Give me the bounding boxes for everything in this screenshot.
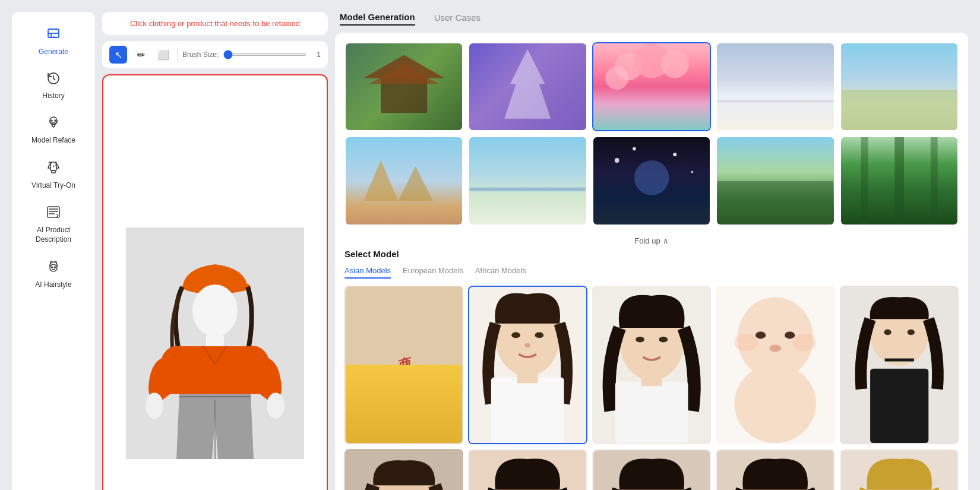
- sidebar: Generate History: [12, 12, 95, 490]
- svg-text:✦: ✦: [55, 163, 57, 167]
- svg-rect-24: [206, 336, 224, 347]
- model-thumb-9[interactable]: [716, 449, 834, 490]
- svg-marker-32: [505, 49, 551, 119]
- tab-model-generation[interactable]: Model Generation: [340, 12, 415, 26]
- model-tabs: Asian Models European Models African Mod…: [344, 266, 959, 279]
- sidebar-item-model-reface[interactable]: Model Reface: [17, 109, 90, 151]
- bg-thumb-5[interactable]: [840, 42, 959, 131]
- svg-point-76: [907, 329, 914, 335]
- model-thumb-10[interactable]: [840, 449, 959, 490]
- sidebar-item-ai-hairstyle[interactable]: AI Hairstyle: [17, 253, 90, 296]
- svg-point-36: [605, 67, 628, 90]
- tabs-header: Model Generation User Cases: [335, 12, 968, 26]
- svg-point-17: [50, 264, 57, 271]
- svg-point-72: [793, 333, 816, 350]
- model-thumb-7[interactable]: [468, 449, 587, 490]
- svg-rect-39: [841, 90, 957, 130]
- upload-hint-text: Click clothing or product that needs to …: [130, 19, 300, 28]
- generate-icon: [46, 27, 61, 45]
- svg-point-44: [615, 158, 619, 163]
- svg-point-61: [636, 336, 644, 342]
- toolbar-separator: [177, 48, 178, 62]
- sidebar-item-model-reface-label: Model Reface: [31, 136, 75, 146]
- svg-point-43: [634, 160, 669, 195]
- svg-point-75: [884, 329, 891, 335]
- background-grid: [344, 42, 959, 226]
- sidebar-item-generate-label: Generate: [39, 48, 68, 57]
- svg-marker-41: [398, 166, 433, 201]
- svg-point-19: [55, 267, 56, 268]
- svg-rect-63: [615, 381, 688, 442]
- center-panel: Click clothing or product that needs to …: [102, 12, 328, 490]
- model-thumb-4[interactable]: [716, 286, 834, 444]
- ai-product-description-icon: [46, 204, 61, 223]
- ai-hairstyle-icon: [46, 259, 61, 278]
- mannequin-svg: [126, 227, 304, 459]
- sidebar-item-history[interactable]: History: [17, 65, 90, 107]
- model-reface-icon: [46, 115, 61, 134]
- svg-point-71: [735, 333, 758, 350]
- virtual-try-on-icon: ✦ ✦: [46, 160, 61, 179]
- sidebar-item-ai-product-description[interactable]: AI Product Description: [17, 198, 90, 250]
- svg-point-26: [267, 393, 284, 419]
- brush-size-slider[interactable]: [223, 53, 306, 56]
- upload-hint: Click clothing or product that needs to …: [102, 12, 328, 35]
- bg-thumb-2[interactable]: [468, 42, 587, 131]
- sidebar-item-virtual-try-on-label: Virtual Try-On: [31, 181, 75, 191]
- model-thumb-2[interactable]: [468, 286, 587, 444]
- bg-thumb-3[interactable]: [592, 42, 711, 131]
- pencil-tool-button[interactable]: ✏: [132, 46, 150, 64]
- tab-user-cases[interactable]: User Cases: [434, 12, 480, 25]
- bg-thumb-7[interactable]: [468, 136, 587, 225]
- bg-thumb-8[interactable]: [592, 136, 711, 225]
- svg-point-35: [661, 50, 689, 78]
- sidebar-item-ai-hairstyle-label: AI Hairstyle: [35, 280, 71, 290]
- section-panel: Fold up ∧ Select Model Asian Models Euro…: [335, 33, 968, 490]
- model-thumb-5[interactable]: [840, 286, 959, 444]
- sidebar-item-generate[interactable]: Generate: [17, 21, 90, 63]
- model-tab-african[interactable]: African Models: [475, 266, 526, 279]
- svg-point-6: [55, 120, 56, 121]
- bg-thumb-6[interactable]: [344, 136, 463, 225]
- svg-point-23: [192, 284, 238, 337]
- sidebar-item-ai-product-description-label: AI Product Description: [21, 226, 86, 244]
- model-tab-european[interactable]: European Models: [403, 266, 463, 279]
- fold-up-button[interactable]: Fold up ∧: [344, 233, 959, 249]
- svg-rect-48: [717, 181, 833, 224]
- model-thumb-1[interactable]: 商: [344, 286, 463, 444]
- svg-point-55: [535, 332, 544, 338]
- sidebar-item-virtual-try-on[interactable]: ✦ ✦ Virtual Try-On: [17, 154, 90, 197]
- model-tab-asian[interactable]: Asian Models: [344, 266, 391, 279]
- svg-point-68: [755, 331, 766, 339]
- svg-point-70: [770, 344, 782, 352]
- svg-point-54: [512, 332, 521, 338]
- svg-point-56: [525, 343, 531, 347]
- brush-size-label: Brush Size:: [182, 50, 219, 59]
- bg-thumb-9[interactable]: [716, 136, 834, 225]
- svg-rect-10: [52, 170, 55, 173]
- model-thumb-3[interactable]: [592, 286, 711, 444]
- bg-thumb-10[interactable]: [840, 136, 959, 225]
- model-grid-row1: 商: [344, 286, 959, 444]
- svg-point-47: [633, 147, 636, 151]
- brush-size-value: 1: [311, 50, 321, 59]
- model-thumb-6[interactable]: [344, 449, 463, 490]
- right-panel: Model Generation User Cases: [335, 12, 968, 490]
- svg-point-69: [785, 331, 795, 339]
- fold-up-label: Fold up: [634, 236, 660, 245]
- svg-rect-57: [491, 377, 564, 442]
- toolbar: ↖ ✏ ⬜ Brush Size: 1: [102, 41, 328, 68]
- history-icon: [46, 71, 61, 89]
- eraser-tool-button[interactable]: ⬜: [154, 46, 172, 64]
- bg-thumb-4[interactable]: [716, 42, 834, 131]
- image-canvas[interactable]: [102, 74, 328, 490]
- section-wrapper: Fold up ∧ Select Model Asian Models Euro…: [335, 33, 968, 490]
- svg-rect-77: [870, 368, 928, 442]
- sidebar-item-history-label: History: [42, 91, 64, 101]
- bg-thumb-1[interactable]: [344, 42, 463, 131]
- svg-rect-58: [517, 371, 538, 383]
- select-tool-button[interactable]: ↖: [109, 46, 127, 64]
- model-thumb-8[interactable]: [592, 449, 711, 490]
- svg-rect-64: [641, 376, 662, 386]
- svg-point-62: [659, 336, 668, 342]
